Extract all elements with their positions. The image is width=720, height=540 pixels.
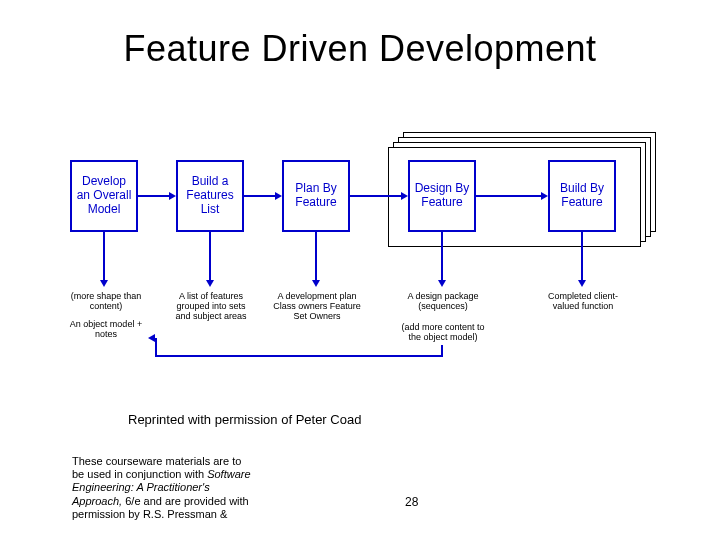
- slide-title: Feature Driven Development: [0, 28, 720, 70]
- caption: (add more content to the object model): [397, 323, 489, 343]
- connector: [315, 232, 317, 280]
- feedback-line: [441, 345, 443, 355]
- permission-note: Reprinted with permission of Peter Coad: [128, 412, 361, 427]
- caption: Completed client-valued function: [542, 292, 624, 312]
- caption: A design package (sequences): [402, 292, 484, 312]
- arrow-right-icon: [401, 192, 408, 200]
- connector: [441, 232, 443, 280]
- arrow-right-icon: [275, 192, 282, 200]
- caption: A list of features grouped into sets and…: [170, 292, 252, 322]
- step-box-design: Design By Feature: [408, 160, 476, 232]
- connector: [103, 232, 105, 280]
- step-box-develop-model: Develop an Overall Model: [70, 160, 138, 232]
- arrow-down-icon: [206, 280, 214, 287]
- connector: [244, 195, 275, 197]
- step-box-build: Build By Feature: [548, 160, 616, 232]
- page-number: 28: [405, 495, 418, 509]
- arrow-down-icon: [312, 280, 320, 287]
- footer-note: These courseware materials are to be use…: [72, 455, 252, 521]
- arrow-down-icon: [578, 280, 586, 287]
- step-box-plan: Plan By Feature: [282, 160, 350, 232]
- feedback-line: [155, 355, 443, 357]
- arrow-down-icon: [100, 280, 108, 287]
- arrow-left-icon: [148, 334, 155, 342]
- arrow-down-icon: [438, 280, 446, 287]
- connector: [350, 195, 401, 197]
- step-box-build-list: Build a Features List: [176, 160, 244, 232]
- caption: (more shape than content): [66, 292, 146, 312]
- caption: An object model + notes: [66, 320, 146, 340]
- fdd-diagram: Develop an Overall Model Build a Feature…: [70, 120, 650, 400]
- arrow-right-icon: [541, 192, 548, 200]
- connector: [476, 195, 541, 197]
- connector: [138, 195, 169, 197]
- caption: A development plan Class owners Feature …: [270, 292, 364, 322]
- connector: [581, 232, 583, 280]
- connector: [209, 232, 211, 280]
- feedback-line: [155, 338, 157, 357]
- arrow-right-icon: [169, 192, 176, 200]
